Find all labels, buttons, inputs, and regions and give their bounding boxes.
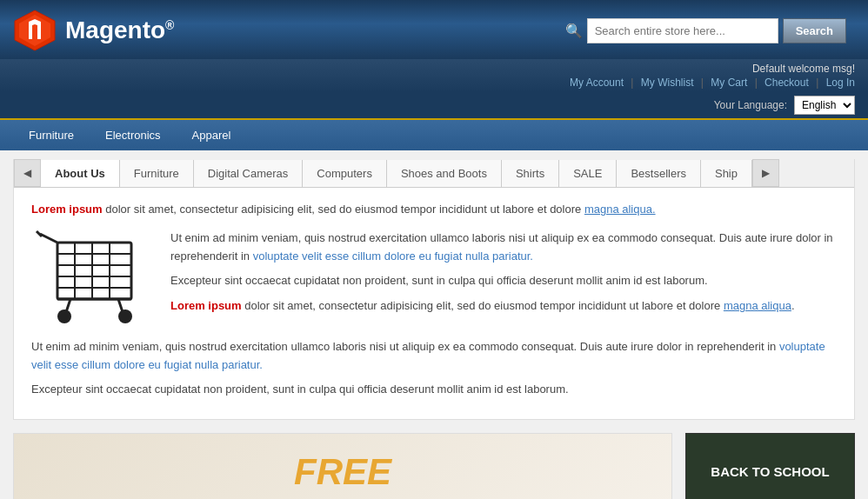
tabs-bar: ◀ About Us Furniture Digital Cameras Com… (14, 159, 854, 188)
separator: | (631, 77, 633, 89)
paragraph-1: Ut enim ad minim veniam, quis nostrud ex… (170, 230, 837, 266)
header-top: Magento® 🔍 Search (13, 9, 855, 59)
welcome-message: Default welcome msg! (13, 63, 855, 75)
tab-sale[interactable]: SALE (559, 160, 617, 187)
tab-furniture[interactable]: Furniture (120, 160, 194, 187)
nav-item-furniture[interactable]: Furniture (13, 120, 90, 150)
promo-section: FREE BACK TO SCHOOL (13, 433, 855, 499)
promo-left: FREE (13, 433, 672, 499)
search-input[interactable] (587, 18, 778, 43)
tab-shirts[interactable]: Shirts (502, 160, 559, 187)
shopping-cart-icon (31, 230, 153, 325)
main-nav: Furniture Electronics Apparel (0, 120, 868, 150)
search-icon: 🔍 (565, 23, 583, 39)
login-link[interactable]: Log In (826, 77, 855, 89)
svg-rect-2 (57, 243, 131, 299)
promo-free-text: FREE (294, 451, 391, 493)
para4-text-a: Ut enim ad minim veniam, quis nostrud ex… (31, 340, 779, 353)
promo-right: BACK TO SCHOOL (685, 433, 855, 499)
svg-line-10 (40, 234, 57, 243)
my-cart-link[interactable]: My Cart (711, 77, 747, 89)
magento-logo-icon (13, 9, 57, 52)
lorem-ipsum-1: Lorem ipsum (31, 203, 103, 216)
logo-brand: Magento (65, 17, 165, 43)
text-block: Ut enim ad minim veniam, quis nostrud ex… (170, 230, 837, 328)
magna-aliqua-link-2[interactable]: magna aliqua (724, 299, 791, 312)
tab-digital-cameras[interactable]: Digital Cameras (194, 160, 303, 187)
svg-point-15 (57, 309, 71, 323)
my-wishlist-link[interactable]: My Wishlist (641, 77, 694, 89)
language-label: Your Language: (714, 99, 787, 111)
language-select[interactable]: English (794, 96, 855, 115)
content-with-image: Ut enim ad minim veniam, quis nostrud ex… (31, 230, 837, 328)
logo-text: Magento® (65, 17, 174, 44)
paragraph-3: Lorem ipsum dolor sit amet, consectetur … (170, 297, 837, 316)
my-account-link[interactable]: My Account (570, 77, 624, 89)
tab-computers[interactable]: Computers (303, 160, 387, 187)
separator: | (701, 77, 704, 89)
para3-end: . (791, 299, 795, 312)
back-to-school-text: BACK TO SCHOOL (711, 463, 829, 481)
search-button[interactable]: Search (783, 18, 846, 43)
paragraph-2: Excepteur sint occaecat cupidatat non pr… (170, 272, 837, 290)
logo-area: Magento® (13, 9, 174, 52)
svg-line-14 (118, 299, 123, 312)
header: Magento® 🔍 Search (0, 0, 868, 59)
nav-item-electronics[interactable]: Electronics (90, 120, 177, 150)
bottom-text: Ut enim ad minim veniam, quis nostrud ex… (31, 338, 837, 399)
tabs-container: ◀ About Us Furniture Digital Cameras Com… (13, 159, 855, 420)
paragraph-4: Ut enim ad minim veniam, quis nostrud ex… (31, 338, 837, 375)
intro-text-body: dolor sit amet, consectetur adipisicing … (105, 203, 584, 216)
account-bar: Default welcome msg! My Account | My Wis… (0, 59, 868, 92)
tab-shoes-boots[interactable]: Shoes and Boots (387, 160, 502, 187)
para1-text-b: voluptate velit esse cillum dolore eu fu… (253, 250, 533, 263)
tab-bestsellers[interactable]: Bestsellers (617, 160, 701, 187)
paragraph-5: Excepteur sint occaecat cupidatat non pr… (31, 381, 837, 399)
tab-ship[interactable]: Ship (701, 160, 752, 187)
tab-arrow-right[interactable]: ▶ (752, 159, 779, 187)
intro-paragraph: Lorem ipsum dolor sit amet, consectetur … (31, 201, 837, 219)
search-area: 🔍 Search (565, 18, 846, 43)
separator: | (816, 77, 818, 89)
language-bar: Your Language: English (0, 92, 868, 120)
svg-line-11 (37, 231, 42, 236)
lorem-ipsum-2: Lorem ipsum (170, 299, 242, 312)
tab-arrow-left[interactable]: ◀ (14, 159, 41, 187)
separator: | (755, 77, 758, 89)
account-links: My Account | My Wishlist | My Cart | Che… (13, 77, 855, 89)
tab-about-us[interactable]: About Us (41, 160, 120, 188)
svg-point-16 (118, 309, 132, 323)
content-area: Lorem ipsum dolor sit amet, consectetur … (14, 188, 854, 419)
magna-aliqua-link-1[interactable]: magna aliqua. (584, 203, 656, 216)
logo-reg: ® (165, 18, 174, 32)
cart-image-container (31, 230, 157, 328)
para3-text-a: dolor sit amet, consectetur adipisicing … (242, 299, 724, 312)
checkout-link[interactable]: Checkout (765, 77, 809, 89)
nav-item-apparel[interactable]: Apparel (177, 120, 247, 150)
